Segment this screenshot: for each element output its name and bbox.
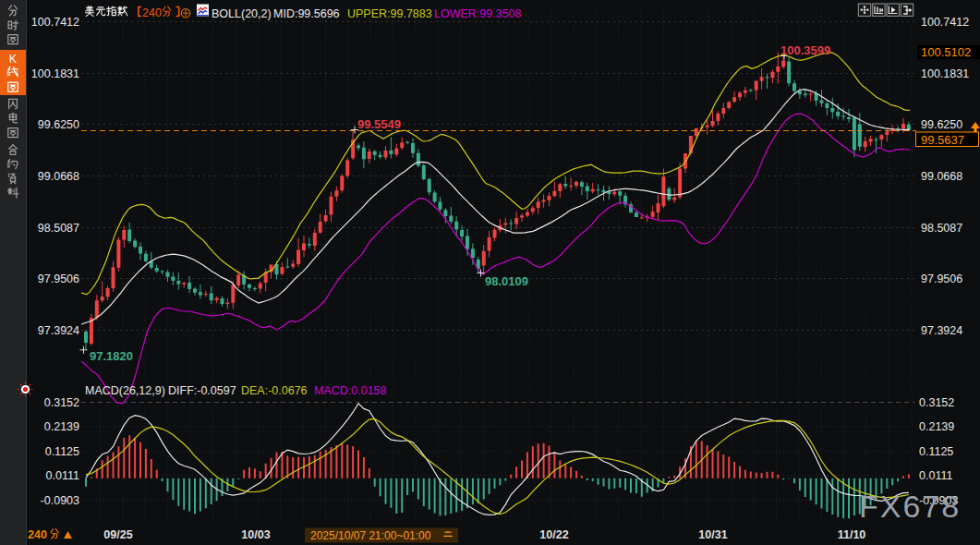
svg-text:100.7412: 100.7412 bbox=[921, 16, 969, 29]
svg-text:97.1820: 97.1820 bbox=[90, 349, 133, 363]
svg-text:DEA:-0.0676: DEA:-0.0676 bbox=[241, 384, 308, 397]
svg-text:10/31: 10/31 bbox=[698, 528, 727, 541]
svg-text:0.2139: 0.2139 bbox=[919, 420, 954, 433]
svg-text:MID:99.5696: MID:99.5696 bbox=[273, 7, 340, 20]
svg-text:10/03: 10/03 bbox=[241, 528, 270, 541]
svg-text:100.1831: 100.1831 bbox=[921, 67, 969, 80]
svg-text:100.3599: 100.3599 bbox=[780, 43, 830, 57]
svg-text:240: 240 bbox=[28, 528, 47, 541]
svg-text:LOWER:99.3508: LOWER:99.3508 bbox=[434, 7, 522, 20]
svg-text:97.9506: 97.9506 bbox=[921, 272, 962, 285]
svg-text:0.1125: 0.1125 bbox=[919, 445, 953, 458]
svg-text:09/25: 09/25 bbox=[103, 528, 132, 541]
svg-text:240: 240 bbox=[142, 6, 162, 19]
svg-text:99.0668: 99.0668 bbox=[38, 170, 79, 183]
svg-text:2025/10/07 21:00~01:00: 2025/10/07 21:00~01:00 bbox=[310, 529, 431, 542]
svg-text:98.5087: 98.5087 bbox=[38, 222, 79, 235]
svg-text:FX678: FX678 bbox=[859, 489, 961, 524]
svg-text:0.2139: 0.2139 bbox=[44, 420, 79, 433]
svg-text:97.9506: 97.9506 bbox=[38, 272, 79, 285]
svg-text:-0.0903: -0.0903 bbox=[41, 494, 79, 507]
svg-text:99.5549: 99.5549 bbox=[357, 117, 401, 131]
svg-text:99.0668: 99.0668 bbox=[921, 170, 962, 183]
svg-text:DIFF:-0.0597: DIFF:-0.0597 bbox=[168, 384, 236, 397]
svg-text:99.6250: 99.6250 bbox=[921, 118, 962, 131]
svg-text:100.7412: 100.7412 bbox=[31, 16, 79, 29]
svg-text:100.5102: 100.5102 bbox=[921, 45, 971, 59]
svg-text:K: K bbox=[9, 53, 18, 66]
svg-text:10/22: 10/22 bbox=[539, 528, 568, 541]
svg-text:98.5087: 98.5087 bbox=[921, 222, 962, 235]
svg-text:99.6250: 99.6250 bbox=[38, 118, 79, 131]
svg-text:100.1831: 100.1831 bbox=[31, 67, 79, 80]
svg-text:11/10: 11/10 bbox=[838, 528, 866, 541]
svg-text:0.1125: 0.1125 bbox=[45, 445, 79, 458]
svg-text:BOLL(20,2): BOLL(20,2) bbox=[212, 7, 272, 20]
svg-text:98.0109: 98.0109 bbox=[485, 274, 528, 288]
svg-text:MACD(26,12,9): MACD(26,12,9) bbox=[85, 384, 165, 397]
svg-text:0.3152: 0.3152 bbox=[44, 396, 79, 409]
svg-text:0.3152: 0.3152 bbox=[919, 396, 954, 409]
svg-text:97.3924: 97.3924 bbox=[38, 324, 79, 337]
svg-text:0.0111: 0.0111 bbox=[919, 469, 952, 482]
svg-text:0.0111: 0.0111 bbox=[46, 469, 79, 482]
svg-text:UPPER:99.7883: UPPER:99.7883 bbox=[347, 7, 432, 20]
svg-text:99.5637: 99.5637 bbox=[921, 133, 964, 147]
svg-text:MACD:0.0158: MACD:0.0158 bbox=[314, 384, 387, 397]
svg-text:97.3924: 97.3924 bbox=[921, 324, 962, 337]
